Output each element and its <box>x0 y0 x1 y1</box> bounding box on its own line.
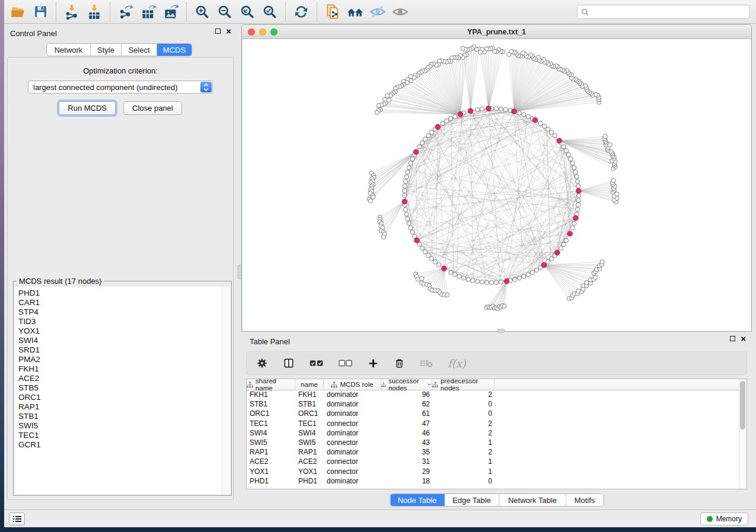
column-header-name[interactable]: name <box>295 379 324 390</box>
clone-network-icon[interactable] <box>321 2 344 22</box>
cytoscape-window: Control Panel × NetworkStyleSelectMCDS O… <box>4 0 756 527</box>
column-header-label: MCDS role <box>340 381 373 388</box>
toolbar-separator <box>317 2 317 21</box>
table-cell: 0 <box>432 477 495 486</box>
open-session-icon[interactable] <box>7 2 29 22</box>
table-row[interactable]: YOX1YOX1connector291 <box>247 467 747 477</box>
table-row[interactable]: FKH1FKH1dominator962 <box>247 390 747 400</box>
column-header-predecessor-nodes[interactable]: predecessor nodes <box>432 379 495 390</box>
result-list-item[interactable]: FKH1 <box>18 364 230 374</box>
table-cell: 2 <box>432 419 495 429</box>
criterion-select[interactable]: largest connected component (undirected) <box>28 81 213 94</box>
table-cell: STB1 <box>295 400 324 409</box>
export-network-icon[interactable] <box>114 2 137 22</box>
import-table-icon[interactable] <box>83 2 106 22</box>
result-list-item[interactable]: YOX1 <box>18 326 230 336</box>
table-row[interactable]: RAP1RAP1dominator352 <box>247 448 747 457</box>
result-list-item[interactable]: STB1 <box>18 412 230 421</box>
minimize-window-icon[interactable] <box>259 28 266 36</box>
function-builder-icon[interactable]: f(x) <box>448 357 466 370</box>
column-layout-icon[interactable] <box>283 357 295 369</box>
zoom-in-icon[interactable] <box>191 2 213 22</box>
result-list-item[interactable]: SRD1 <box>18 345 230 355</box>
network-window-titlebar: YPA_prune.txt_1 <box>242 25 751 39</box>
select-all-columns-icon[interactable] <box>310 359 324 367</box>
task-history-icon[interactable] <box>9 512 25 525</box>
column-header-MCDS-role[interactable]: MCDS role <box>324 379 381 390</box>
column-header-label: successor nodes <box>388 377 426 392</box>
network-graph <box>243 40 751 331</box>
first-neighbors-icon[interactable] <box>344 2 366 22</box>
tab-edge-table[interactable]: Edge Table <box>445 494 499 506</box>
tab-mcds[interactable]: MCDS <box>157 44 192 56</box>
close-window-icon[interactable] <box>248 28 255 36</box>
result-list-item[interactable]: TID3 <box>18 317 230 326</box>
result-list-item[interactable]: SWI4 <box>18 336 230 345</box>
result-list-item[interactable]: RAP1 <box>18 402 230 412</box>
result-list-scrollbar[interactable] <box>222 287 230 494</box>
tab-select[interactable]: Select <box>122 44 157 56</box>
zoom-fit-icon[interactable] <box>236 2 259 22</box>
close-table-panel-icon[interactable]: × <box>741 336 746 341</box>
column-header-label: predecessor nodes <box>441 377 494 392</box>
tab-style[interactable]: Style <box>91 44 122 56</box>
delete-table-icon[interactable] <box>420 358 433 368</box>
table-row[interactable]: TEC1TEC1connector472 <box>247 419 747 429</box>
table-row[interactable]: SWI4SWI4dominator462 <box>247 429 747 438</box>
memory-button[interactable]: Memory <box>700 512 748 525</box>
table-row[interactable]: STB1STB1dominator620 <box>247 400 747 409</box>
table-row[interactable]: PHD1PHD1dominator180 <box>247 477 747 486</box>
table-row[interactable]: SWI5SWI5connector431 <box>247 438 747 448</box>
table-row[interactable]: ORC1ORC1dominator610 <box>247 409 747 419</box>
result-list-item[interactable]: TEC1 <box>18 431 230 440</box>
network-canvas[interactable] <box>242 40 751 331</box>
column-header-shared-name[interactable]: shared name <box>247 379 295 390</box>
column-header-successor-nodes[interactable]: successor nodes <box>381 379 432 390</box>
tab-network[interactable]: Network <box>47 44 91 56</box>
float-table-panel-icon[interactable] <box>730 336 735 341</box>
result-list-item[interactable]: STP4 <box>18 307 230 317</box>
result-list-item[interactable]: ORC1 <box>18 393 230 402</box>
maximize-window-icon[interactable] <box>270 28 277 36</box>
tab-motifs[interactable]: Motifs <box>566 494 603 506</box>
search-input[interactable] <box>592 8 746 16</box>
zoom-selected-icon[interactable] <box>259 2 281 22</box>
result-list-item[interactable]: STB5 <box>18 383 230 393</box>
result-list-item[interactable]: PHD1 <box>18 289 230 298</box>
table-cell: 0 <box>432 400 495 409</box>
float-panel-icon[interactable] <box>215 28 221 34</box>
refresh-icon[interactable] <box>290 2 312 22</box>
result-list-item[interactable]: PMA2 <box>18 355 230 364</box>
show-all-icon[interactable] <box>389 2 412 22</box>
tab-network-table[interactable]: Network Table <box>499 494 566 506</box>
table-cell: 1 <box>432 438 495 448</box>
close-panel-button[interactable]: Close panel <box>123 101 182 115</box>
mcds-panel: Optimization criterion: largest connecte… <box>7 57 234 500</box>
delete-column-icon[interactable] <box>394 358 405 369</box>
run-mcds-button[interactable]: Run MCDS <box>59 101 116 115</box>
result-list-item[interactable]: GCR1 <box>18 440 230 450</box>
result-list-item[interactable]: SWI5 <box>18 421 230 431</box>
table-scrollbar-thumb[interactable] <box>740 381 745 430</box>
main-toolbar <box>4 0 756 24</box>
zoom-out-icon[interactable] <box>213 2 236 22</box>
export-table-icon[interactable] <box>137 2 160 22</box>
result-list-item[interactable]: ACE2 <box>18 374 230 383</box>
node-table-header: shared namenameMCDS rolesuccessor nodesp… <box>247 379 747 390</box>
close-panel-icon[interactable]: × <box>226 28 231 34</box>
import-network-icon[interactable] <box>60 2 83 22</box>
hide-selected-icon[interactable] <box>366 2 389 22</box>
table-cell: 18 <box>381 477 432 486</box>
toolbar-separator <box>110 2 110 21</box>
table-row[interactable]: ACE2ACE2connector311 <box>247 457 747 467</box>
memory-label: Memory <box>716 515 742 523</box>
settings-gear-icon[interactable] <box>256 357 268 369</box>
unselect-all-columns-icon[interactable] <box>339 359 353 367</box>
table-scrollbar[interactable] <box>739 379 747 489</box>
tab-node-table[interactable]: Node Table <box>390 494 445 506</box>
mcds-result-list[interactable]: PHD1CAR1STP4TID3YOX1SWI4SRD1PMA2FKH1ACE2… <box>15 287 230 494</box>
add-column-icon[interactable] <box>368 358 379 369</box>
save-session-icon[interactable] <box>29 2 52 22</box>
export-image-icon[interactable] <box>160 2 182 22</box>
result-list-item[interactable]: CAR1 <box>18 298 230 307</box>
